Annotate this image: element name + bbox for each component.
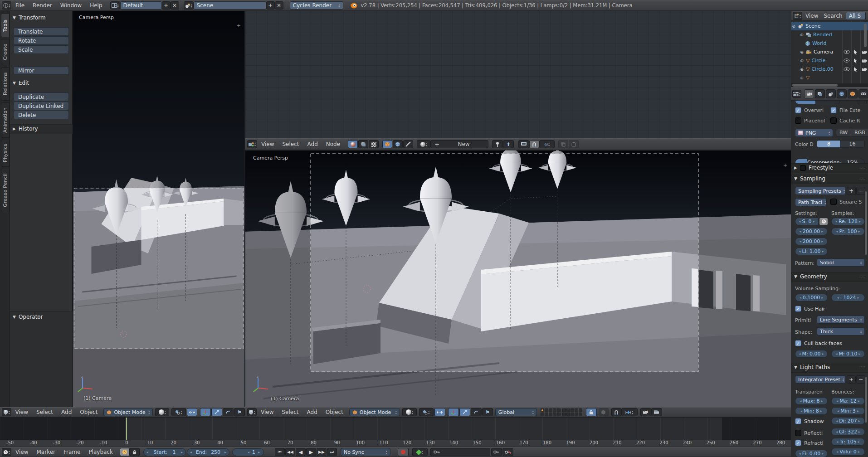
mode-select[interactable]: Object Mode▴▾ [103,408,153,416]
depth-16-option[interactable]: 16 [841,141,864,147]
snap-magnet-icon[interactable] [611,408,621,416]
file-format-select[interactable]: PNG▴▾ [795,129,833,137]
shader-type-world-icon[interactable] [393,140,403,148]
region-toggle-plus-icon[interactable]: + [783,162,787,168]
panel-freestyle-header[interactable]: ▶Freestyle∷∷ [794,165,866,171]
add-menu[interactable]: Add [303,409,322,415]
rotate-button[interactable]: Rotate [14,36,69,45]
mode-select[interactable]: Object Mode▴▾ [349,408,400,416]
outliner-row-world[interactable]: World [791,39,868,48]
sampling-preset-remove-button[interactable]: − [856,187,865,195]
outliner-hscrollbar[interactable] [792,84,838,87]
shader-lamp-icon[interactable] [358,140,368,148]
outliner-search-menu[interactable]: Search [822,13,845,19]
min-pixel-field[interactable]: ◂M: 0.00▸ [795,350,828,358]
node-editor-type-icon[interactable]: ▴▾ [247,140,257,148]
tab-object[interactable] [848,89,858,98]
current-frame-field[interactable]: ◂1▸ [232,448,264,456]
shader-object-icon[interactable] [348,140,358,148]
render-simplify-icon[interactable] [599,408,609,416]
properties-vscrollbar[interactable] [865,191,867,255]
preview-samples-field[interactable]: ◂Pr: 100▸ [831,228,865,235]
lock-time-icon[interactable] [130,448,140,456]
seed-clock-icon[interactable] [819,218,828,225]
active-keying-set-field[interactable] [430,448,490,456]
panel-operator-header[interactable]: ▼Operator [13,314,43,320]
manipulator-translate-icon[interactable] [448,408,459,416]
properties-vscrollbar-2[interactable] [865,377,867,423]
transform-orientation-select[interactable]: Global▴▾ [495,408,537,416]
insert-keyframe-icon[interactable] [491,448,502,456]
node-menu-view[interactable]: View [257,141,278,147]
color-depth-segment[interactable]: 8 16 [817,140,865,148]
keying-set-icon[interactable]: ▴▾ [412,448,428,456]
scene-icon[interactable]: ▴▾ [184,1,194,10]
sampling-preset-add-button[interactable]: + [847,187,856,195]
use-hair-checkbox[interactable]: ✓ [795,306,801,312]
cull-backfaces-checkbox[interactable]: ✓ [795,340,801,346]
prev-keyframe-button[interactable]: ◀◀ [285,448,295,456]
tab-scene[interactable] [826,89,836,98]
tab-render-layers[interactable] [815,89,825,98]
aa-samples-field[interactable]: ◂200.00▸ [795,228,828,235]
integrator-select[interactable]: Path Traci▴▾ [795,198,827,206]
region-toggle-plus-icon[interactable]: + [237,23,241,29]
file-extensions-checkbox[interactable]: ✓ [830,107,837,113]
add-scene-button[interactable]: + [266,1,275,10]
shape-select[interactable]: Thick▴▾ [817,327,865,335]
node-menu-node[interactable]: Node [322,141,344,147]
menu-render[interactable]: Render [29,2,56,9]
play-button[interactable]: ▶ [306,448,316,456]
end-frame-field[interactable]: ◂End:250▸ [187,448,229,456]
render-engine-select[interactable]: Cycles Render▴▾ [290,1,343,10]
outliner-row-renderlayers[interactable]: ⊕ RenderL [791,30,868,39]
depth-8-option[interactable]: 8 [817,141,841,147]
backdrop-icon[interactable] [518,140,529,148]
snap-element-icon[interactable]: ▴▾ [621,408,638,416]
bounces-min-field[interactable]: ◂Min: 3▸ [831,407,865,415]
manipulator-arrow-icon[interactable] [459,408,470,416]
viewport-editor-type-icon[interactable]: ▴▾ [247,408,257,416]
render-restrict-icon[interactable] [862,58,868,63]
record-button[interactable] [398,448,409,456]
use-preview-range-clock-icon[interactable] [120,448,130,456]
sync-mode-select[interactable]: No Sync▴▾ [341,448,390,456]
bounces-max-field[interactable]: ◂Ma: 12▸ [831,397,865,405]
snap-magnet-icon[interactable] [529,140,539,148]
lock-to-scene-icon[interactable] [586,408,597,416]
outliner-vscrollbar[interactable] [864,24,867,47]
add-layout-button[interactable]: + [162,1,171,10]
manipulator-rotate-icon[interactable] [471,408,482,416]
delete-keyframe-icon[interactable] [502,448,513,456]
selectable-cursor-icon[interactable] [853,67,858,72]
manipulator-translate-icon[interactable] [200,408,211,416]
tab-render[interactable] [804,89,814,98]
translate-button[interactable]: Translate [14,27,69,36]
screen-layout-name[interactable]: Default [120,1,162,10]
tab-tools[interactable]: Tools [1,14,10,37]
square-samples-checkbox[interactable] [830,199,837,205]
current-frame-line[interactable] [126,418,127,440]
shader-texture-icon[interactable] [369,140,379,148]
timeline-editor-type-icon[interactable]: ▴▾ [2,448,11,456]
pivot-point-icon[interactable]: ▴▾ [171,408,185,416]
select-menu[interactable]: Select [278,409,303,415]
tab-create[interactable]: Create [1,39,10,65]
integrator-presets-select[interactable]: Integrator Preset▴▾ [795,375,846,384]
jump-to-end-button[interactable]: ⏭︎ [327,448,337,456]
tab-physics[interactable]: Physics [1,140,10,167]
proportional-edit-icon[interactable] [187,408,197,416]
outliner-row-partial[interactable]: ⊕ ▽ [791,73,868,82]
viewport-main[interactable]: Camera Persp (1) Camera z + [245,150,791,407]
bw-option[interactable]: BW [836,129,851,136]
panel-geometry-header[interactable]: ▼Geometry∷∷ [794,273,866,280]
render-restrict-icon[interactable] [862,50,868,54]
max-ext-field[interactable]: ◂M: 0.10▸ [831,350,865,358]
screen-layout-icon[interactable]: ▴▾ [110,1,120,10]
viewport-editor-type-icon[interactable]: ▴▾ [2,408,11,416]
node-editor[interactable] [245,11,791,138]
hide-eye-icon[interactable] [844,67,850,71]
sampling-presets-select[interactable]: Sampling Presets▴▾ [795,187,846,195]
seed-field[interactable]: ◂S: 0▸ [795,218,819,225]
volume-max-steps-field[interactable]: ◂: 1024▸ [831,294,865,301]
